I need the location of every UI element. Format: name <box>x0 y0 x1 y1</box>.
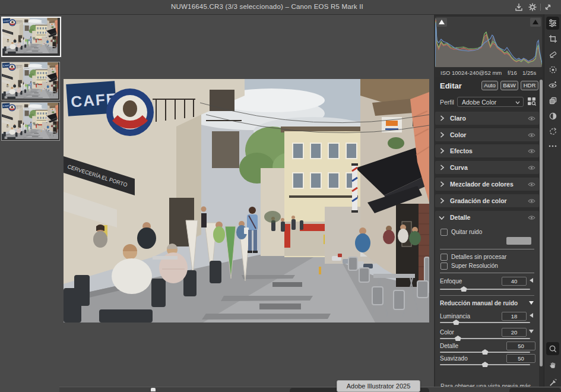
versions-tool[interactable] <box>546 125 559 138</box>
section-label: Efectos <box>450 147 473 154</box>
section-gradacion[interactable]: Gradación de color <box>435 194 539 207</box>
healing-tool[interactable] <box>546 48 559 61</box>
dock-item[interactable] <box>509 388 561 392</box>
enfoque-slider[interactable] <box>440 289 530 290</box>
filmstrip-thumbnail-3[interactable] <box>1 102 60 141</box>
panel-scrollbar[interactable] <box>540 80 543 366</box>
tool-column <box>544 14 561 392</box>
section-label: Color <box>450 131 466 138</box>
iso-value: ISO 100 <box>440 69 461 76</box>
bw-button[interactable]: B&W <box>500 81 518 90</box>
aperture-value: f/16 <box>508 69 517 76</box>
eye-icon[interactable] <box>528 181 535 188</box>
zoom-tool[interactable] <box>546 342 559 355</box>
eye-icon[interactable] <box>528 214 535 222</box>
eye-icon[interactable] <box>528 147 535 155</box>
edit-panel: ISO 100 24-240@52 mm f/16 1/25s Editar A… <box>434 14 544 392</box>
enfoque-label: Enfoque <box>440 278 462 284</box>
eye-icon[interactable] <box>528 115 535 122</box>
divider <box>440 249 534 249</box>
section-label: Claro <box>450 115 466 122</box>
section-mezclador[interactable]: Mezclador de colores <box>435 178 539 191</box>
detalles-sin-procesar-checkbox[interactable] <box>440 254 448 261</box>
suavizado-value[interactable]: 50 <box>506 354 535 363</box>
profile-dropdown-value: Adobe Color <box>462 99 496 106</box>
color-label: Color <box>440 329 454 336</box>
quitar-ruido-label: Quitar ruido <box>451 229 482 235</box>
section-detalle-header[interactable]: Detalle <box>435 211 539 224</box>
crop-tool[interactable] <box>546 32 559 45</box>
red-eye-tool[interactable] <box>546 78 559 91</box>
super-resolucion-checkbox[interactable] <box>440 263 448 270</box>
suavizado-slider-thumb[interactable] <box>482 362 489 367</box>
eye-icon[interactable] <box>528 197 535 205</box>
suavizado-label: Suavizado <box>440 355 468 362</box>
enfoque-value[interactable]: 40 <box>502 277 527 286</box>
chevron-right-icon <box>440 198 444 204</box>
reduccion-manual-header: Reducción manual de ruido <box>440 300 518 306</box>
detalle-sub-label: Detalle <box>440 343 458 349</box>
color-slider[interactable] <box>440 338 530 339</box>
super-resolucion-label: Super Resolución <box>451 263 498 269</box>
more-tools[interactable] <box>546 140 559 153</box>
profile-dropdown[interactable]: Adobe Color <box>457 97 524 107</box>
enfoque-collapse-icon[interactable] <box>530 278 533 283</box>
filmstrip-thumbnail-1-selected[interactable] <box>1 17 61 57</box>
chevron-down-icon <box>515 101 520 105</box>
luminancia-value[interactable]: 18 <box>502 312 527 321</box>
presets-tool[interactable] <box>546 109 559 122</box>
section-efectos[interactable]: Efectos <box>435 144 539 157</box>
edit-tool[interactable] <box>546 17 559 30</box>
chevron-right-icon <box>440 132 444 138</box>
snapshots-tool[interactable] <box>546 94 559 107</box>
profile-browser-icon[interactable] <box>527 97 537 106</box>
section-detalle-expanded: Detalle Quitar ruido Detalles sin proces… <box>435 211 539 392</box>
color-expand-icon[interactable] <box>529 330 534 333</box>
luminancia-label: Luminancia <box>440 313 470 320</box>
edit-header: Editar <box>440 81 462 90</box>
divider <box>440 273 534 273</box>
main-photo-preview[interactable] <box>64 79 429 323</box>
histogram[interactable] <box>435 17 542 67</box>
chevron-down-icon <box>439 216 445 220</box>
eye-icon[interactable] <box>528 131 535 139</box>
filmstrip-thumbnail-2[interactable] <box>1 62 60 100</box>
dock-icon-fragment <box>151 388 156 391</box>
highlight-clipping-indicator[interactable] <box>530 18 541 27</box>
quitar-ruido-amount-box <box>506 237 531 245</box>
color-slider-thumb[interactable] <box>455 336 461 341</box>
auto-button[interactable]: Auto <box>481 81 498 90</box>
hand-tool[interactable] <box>546 359 559 372</box>
section-label: Gradación de color <box>450 197 507 204</box>
luminancia-collapse-icon[interactable] <box>530 313 533 318</box>
section-claro[interactable]: Claro <box>435 112 539 125</box>
luminancia-slider[interactable] <box>440 322 530 323</box>
section-curva[interactable]: Curva <box>435 161 539 174</box>
detalle-sub-slider[interactable] <box>440 352 530 353</box>
gear-icon[interactable] <box>528 2 537 12</box>
section-color[interactable]: Color <box>435 128 539 141</box>
eye-icon[interactable] <box>528 164 535 172</box>
download-icon[interactable] <box>514 2 524 12</box>
section-label: Detalle <box>450 214 470 221</box>
enfoque-slider-thumb[interactable] <box>461 286 467 292</box>
quitar-ruido-checkbox[interactable] <box>440 229 448 236</box>
section-label: Curva <box>450 164 468 171</box>
detalle-sub-slider-thumb[interactable] <box>482 349 489 355</box>
titlebar-separator <box>540 4 541 11</box>
luminancia-slider-thumb[interactable] <box>453 320 459 325</box>
shutter-value: 1/25s <box>522 69 536 76</box>
window-title: NUW16645.CR3 (3/3 seleccionado) – Canon … <box>0 3 534 10</box>
detalles-sin-procesar-label: Detalles sin procesar <box>451 254 506 260</box>
chevron-right-icon <box>440 115 444 121</box>
suavizado-slider[interactable] <box>440 364 530 365</box>
fullscreen-icon[interactable] <box>543 2 553 12</box>
masking-tool[interactable] <box>546 63 559 76</box>
chevron-right-icon <box>440 148 444 154</box>
detalle-sub-value[interactable]: 50 <box>506 342 535 350</box>
reduccion-manual-collapse-icon[interactable] <box>529 301 534 305</box>
dock-tooltip: Adobe Illustrator 2025 <box>337 380 420 392</box>
color-value[interactable]: 20 <box>502 328 527 337</box>
hdr-button[interactable]: HDR <box>521 81 538 90</box>
shadow-clipping-indicator[interactable] <box>436 18 447 27</box>
